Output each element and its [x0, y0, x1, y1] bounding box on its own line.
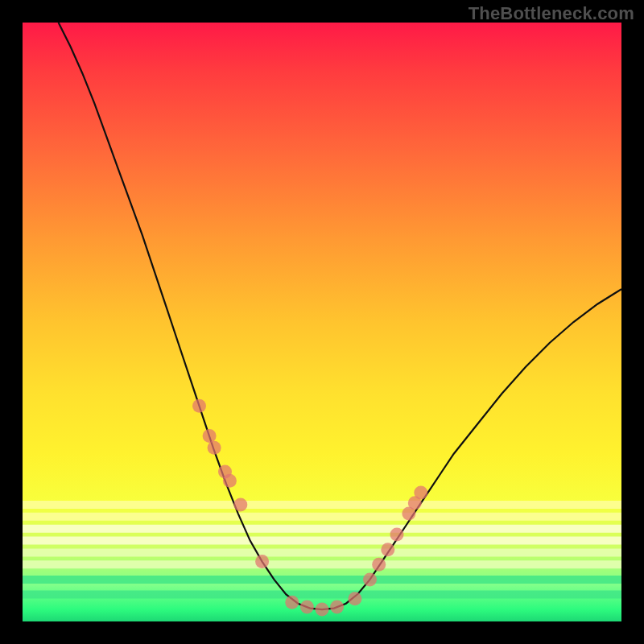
curve-marker — [208, 441, 221, 455]
curve-marker — [381, 543, 394, 556]
curve-marker — [233, 497, 247, 511]
chart-frame: TheBottleneck.com — [0, 0, 644, 644]
curve-marker — [255, 555, 269, 568]
curve-marker — [285, 596, 299, 609]
watermark-text: TheBottleneck.com — [469, 3, 634, 24]
plot-svg — [23, 23, 621, 621]
curve-marker — [203, 429, 217, 443]
plot-area — [23, 23, 621, 621]
curve-marker — [414, 486, 427, 500]
curve-marker — [363, 572, 377, 586]
curve-marker — [223, 474, 237, 488]
highlight-bands — [23, 505, 621, 595]
curve-marker — [192, 399, 206, 413]
curve-marker — [390, 528, 404, 542]
curve-marker — [372, 558, 386, 572]
curve-marker — [300, 601, 314, 614]
curve-marker — [316, 603, 329, 617]
curve-marker — [348, 592, 361, 605]
curve-marker — [330, 601, 344, 614]
bottleneck-curve — [59, 23, 621, 609]
